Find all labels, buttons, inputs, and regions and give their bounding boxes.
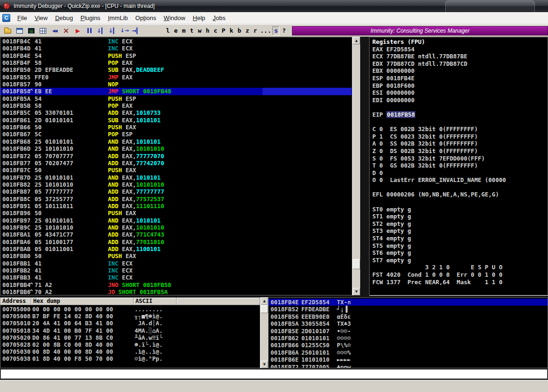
disassembly-row[interactable]: 0018FB9C25 10101010AND EAX,10101010 <box>0 224 352 231</box>
disassembly-row[interactable]: 0018FB5B58POP EAX <box>0 102 352 109</box>
toolbar-letter-r[interactable]: r <box>252 26 259 35</box>
dump-row[interactable]: 0070503000 8D 40 00 00 8D 40 00.ì@..ì@. <box>0 348 260 355</box>
dump-row[interactable]: 0070500000 00 00 00 00 00 00 00........ <box>0 306 260 313</box>
toolbar-letter-k[interactable]: k <box>228 26 235 35</box>
stack-row[interactable]: 0018FB56EEEB90E0αÉδε <box>269 313 548 320</box>
toolbar-letter-t[interactable]: t <box>188 26 195 35</box>
disassembly-row[interactable]: 0018FB7D25 01010101AND EAX,1010101 <box>0 174 352 181</box>
toolbar-letter-z[interactable]: z <box>244 26 251 35</box>
disassembly-row[interactable]: 0018FB55FFE0JMP EAX <box>0 74 352 81</box>
scroll-thumb[interactable] <box>353 259 360 269</box>
scroll-down-icon[interactable]: ▼ <box>353 288 360 295</box>
disassembly-row[interactable]: 0018FBA105 43471C77ADD EAX,771C4743 <box>0 231 352 238</box>
scroll-down-icon[interactable]: ▼ <box>261 361 268 368</box>
disassembly-row[interactable]: 0018FB58^EB EEJMP SHORT 0018FB48 <box>0 88 352 95</box>
toolbar-letter-more[interactable]: ... <box>260 26 271 35</box>
stack-row[interactable]: 0018FB6A25010101☺☺☺% <box>269 349 548 356</box>
registers-pane[interactable]: Registers (FPU)EAX EF2D5854ECX 77DB87BE … <box>369 37 548 295</box>
scroll-up-icon[interactable]: ▲ <box>261 297 268 305</box>
disassembly-row[interactable]: 0018FBB241INC ECX <box>0 267 352 274</box>
menu-item-help[interactable]: Help <box>189 12 209 24</box>
disassembly-row[interactable]: 0018FB5790NOP <box>0 81 352 88</box>
disassembly-row[interactable]: 0018FB5C05 33070101ADD EAX,1010733 <box>0 109 352 116</box>
menu-item-jobs[interactable]: Jobs <box>209 12 229 24</box>
disassembly-row[interactable]: 0018FB4E54PUSH ESP <box>0 52 352 59</box>
scroll-thumb[interactable] <box>261 305 268 313</box>
disassembly-row[interactable]: 0018FB675CPOP ESP <box>0 131 352 138</box>
disassembly-row[interactable]: 0018FB8225 10101010AND EAX,10101010 <box>0 181 352 188</box>
stack-row[interactable]: 0018FB5A33055854TX♣3 <box>269 320 548 327</box>
stack-row[interactable]: 0018FB6E10101010►►►► <box>269 356 548 363</box>
menu-item-immlib[interactable]: ImmLib <box>104 12 132 24</box>
stack-row[interactable]: 0018FB7277707005♣ppw <box>269 364 548 368</box>
disassembly-row[interactable]: 0018FBB6^70 A2JO SHORT 0018FB5A <box>0 288 352 295</box>
disassembly-row[interactable]: 0018FBB050PUSH EAX <box>0 252 352 259</box>
disassembly-row[interactable]: 0018FB4C41INC ECX <box>0 38 352 45</box>
disassembly-row[interactable]: 0018FBB4^71 A2JNO SHORT 0018FB58 <box>0 281 352 288</box>
child-window-icon[interactable]: C <box>2 14 10 22</box>
dump-pane[interactable]: Address Hex dump ASCII 0070500000 00 00 … <box>0 297 260 368</box>
stack-row[interactable]: 0018FB5E2D010107•☺☺- <box>269 328 548 335</box>
dump-row[interactable]: 0070501834 4D 41 00 B0 7F 41 004MA.░⌂A. <box>0 327 260 334</box>
disassembly-row[interactable]: 0018FB5A54PUSH ESP <box>0 95 352 102</box>
disassembly-row[interactable]: 0018FB7C50PUSH EAX <box>0 167 352 174</box>
menu-item-file[interactable]: File <box>14 12 31 24</box>
disassembly-row[interactable]: 0018FB6825 01010101AND EAX,1010101 <box>0 138 352 145</box>
step-into-button[interactable]: ↓▎ <box>95 26 107 36</box>
disassembly-row[interactable]: 0018FB502D EFBEADDESUB EAX,DEADBEEF <box>0 66 352 73</box>
toolbar-letter-P[interactable]: P <box>220 26 227 35</box>
stack-row[interactable]: 0018FB6601255C50P\%☺ <box>269 342 548 349</box>
cpu-window-button[interactable] <box>25 26 37 36</box>
toolbar-letter-w[interactable]: w <box>196 26 203 35</box>
restart-button[interactable]: ◀◀ <box>49 26 60 36</box>
stack-row[interactable]: 0018FB6201010101☺☺☺☺ <box>269 335 548 342</box>
disassembly-row[interactable]: 0018FB8C05 37255777ADD EAX,77572537 <box>0 196 352 203</box>
disassembly-row[interactable]: 0018FBA605 10100177ADD EAX,77011010 <box>0 238 352 245</box>
disassembly-row[interactable]: 0018FBB341INC ECX <box>0 274 352 281</box>
disassembly-scrollbar[interactable]: ▲ ▼ <box>352 37 360 295</box>
disassembly-row[interactable]: 0018FB6D25 10101010AND EAX,10101010 <box>0 145 352 152</box>
toolbar-letter-h[interactable]: h <box>204 26 211 35</box>
disassembly-row[interactable]: 0018FB4D41INC ECX <box>0 45 352 52</box>
dump-row[interactable]: 0070503801 8D 40 00 F8 50 70 00☺ì@.°Pp. <box>0 355 260 362</box>
dump-scrollbar[interactable]: ▲ ▼ <box>260 297 268 368</box>
disassembly-row[interactable]: 0018FB8705 77777777ADD EAX,77777777 <box>0 188 352 195</box>
pause-button[interactable] <box>84 26 95 36</box>
stack-pane[interactable]: 0018FB4EEF2D5854TX-∩0018FB52FFDEADBE╛¡▐ … <box>268 297 548 368</box>
app-icon[interactable] <box>3 2 10 10</box>
run-button[interactable]: ▶ <box>72 26 84 36</box>
close-button[interactable]: × <box>60 26 72 36</box>
disassembly-row[interactable]: 0018FB9105 10111011ADD EAX,11101110 <box>0 203 352 210</box>
toolbar-letter-help[interactable]: ? <box>280 26 287 35</box>
disassembly-row[interactable]: 0018FB6650PUSH EAX <box>0 124 352 131</box>
dump-row[interactable]: 0070501020 4A 41 00 64 B3 41 00 JA.d│A. <box>0 320 260 327</box>
dump-row[interactable]: 00705020D0 86 41 00 77 13 8B C0╨åA.w‼ï└ <box>0 334 260 341</box>
open-file-button[interactable] <box>2 26 14 36</box>
toolbar-letter-e[interactable]: e <box>172 26 179 35</box>
toolbar-letter-b[interactable]: b <box>236 26 243 35</box>
toolbar-letter-c[interactable]: c <box>212 26 219 35</box>
disassembly-row[interactable]: 0018FB612D 01010101SUB EAX,1010101 <box>0 117 352 124</box>
scroll-up-icon[interactable]: ▲ <box>353 37 360 44</box>
log-window-button[interactable] <box>14 26 25 36</box>
memory-map-button[interactable] <box>37 26 49 36</box>
disassembly-row[interactable]: 0018FBB141INC ECX <box>0 260 352 267</box>
command-input[interactable] <box>0 369 548 379</box>
disassembly-row[interactable]: 0018FB7205 70707777ADD EAX,77777070 <box>0 153 352 160</box>
menu-item-view[interactable]: View <box>31 12 51 24</box>
menu-item-debug[interactable]: Debug <box>51 12 77 24</box>
trace-into-button[interactable]: ↓→ <box>119 26 130 36</box>
disassembly-row[interactable]: 0018FB9725 01010101AND EAX,1010101 <box>0 217 352 224</box>
disassembly-pane[interactable]: 0018FB4C41INC ECX0018FB4D41INC ECX0018FB… <box>0 37 352 295</box>
stack-row[interactable]: 0018FB4EEF2D5854TX-∩ <box>269 299 548 306</box>
toolbar-letter-m[interactable]: m <box>180 26 187 35</box>
disassembly-row[interactable]: 0018FBAB05 01011001ADD EAX,1100101 <box>0 245 352 252</box>
stack-row[interactable]: 0018FB52FFDEADBE╛¡▐ <box>269 306 548 313</box>
menu-item-options[interactable]: Options <box>132 12 160 24</box>
disassembly-row[interactable]: 0018FB7705 70207477ADD EAX,77742070 <box>0 160 352 167</box>
disassembly-row[interactable]: 0018FB9650PUSH EAX <box>0 210 352 217</box>
toolbar-letter-l[interactable]: l <box>164 26 171 35</box>
menu-item-window[interactable]: Window <box>160 12 189 24</box>
toolbar-letter-s[interactable]: s <box>272 26 279 35</box>
execute-till-return-button[interactable]: →▎ <box>130 26 142 36</box>
